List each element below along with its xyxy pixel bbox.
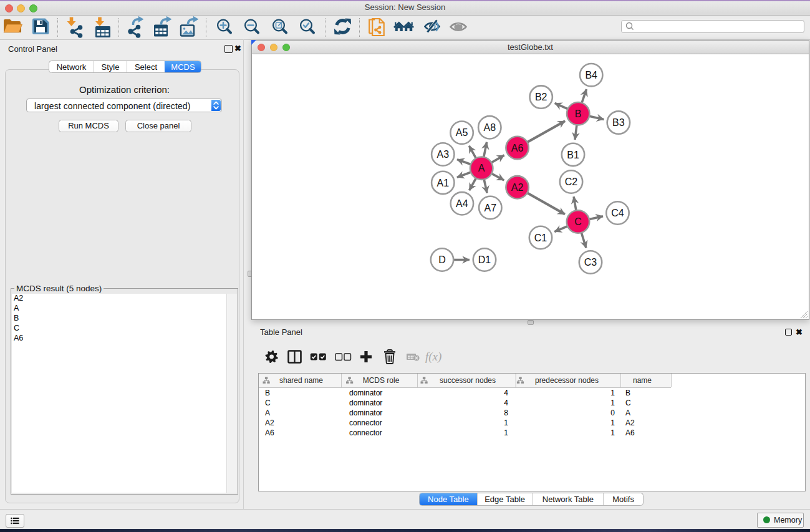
svg-text:A6: A6: [511, 143, 524, 153]
svg-text:A2: A2: [511, 182, 524, 193]
svg-text:C3: C3: [584, 257, 597, 268]
svg-text:B2: B2: [535, 92, 547, 102]
svg-text:D: D: [438, 254, 446, 265]
svg-text:A: A: [478, 163, 485, 173]
svg-text:B1: B1: [567, 150, 579, 160]
svg-text:C: C: [574, 216, 582, 227]
svg-text:B: B: [575, 109, 582, 119]
svg-text:A3: A3: [437, 149, 450, 160]
svg-text:C1: C1: [534, 233, 547, 243]
svg-text:A7: A7: [485, 203, 497, 213]
svg-text:B3: B3: [612, 117, 625, 128]
svg-text:D1: D1: [478, 254, 491, 265]
svg-text:B4: B4: [585, 70, 597, 80]
svg-text:A1: A1: [437, 178, 450, 188]
svg-text:C4: C4: [611, 208, 624, 218]
svg-text:C2: C2: [565, 177, 578, 187]
svg-text:f(x): f(x): [425, 350, 441, 364]
svg-text:A5: A5: [456, 127, 468, 138]
svg-text:A8: A8: [484, 122, 496, 133]
svg-text:A4: A4: [456, 198, 468, 209]
